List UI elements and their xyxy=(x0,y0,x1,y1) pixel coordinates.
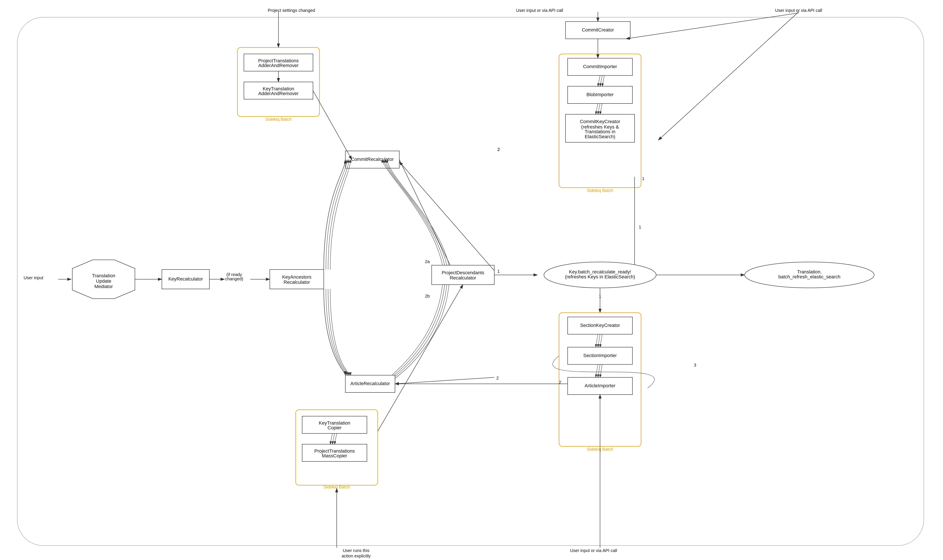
arrow-keyancestors-to-article-3 xyxy=(328,289,349,375)
label-2b: 2b xyxy=(425,294,430,298)
arrow-keyancestors-to-commitrecalc-3 xyxy=(328,160,349,269)
section-key-creator-text: SectionKeyCreator xyxy=(580,323,620,328)
section-importer-text: SectionImporter xyxy=(583,353,617,358)
arrow-batch4-to-projdesc xyxy=(378,285,463,431)
arrow-keyancestors-to-article-2 xyxy=(326,289,347,375)
user-input-api-bottom: User input or via API call xyxy=(570,548,617,553)
blob-importer-text: BlobImporter xyxy=(586,92,614,97)
translation-update-mediator-text3: Mediator xyxy=(94,284,113,289)
label-2-article: 2 xyxy=(496,375,499,380)
arrow-user-api-2-to-commitkey xyxy=(658,12,799,140)
article-recalculator-text: ArticleRecalculator xyxy=(350,381,390,386)
translation-batch-text2: batch_refresh_elastic_search xyxy=(778,274,840,280)
translation-update-mediator-text2: Update xyxy=(96,278,111,284)
label-1-from-commitkey: 1 xyxy=(639,225,641,229)
commit-importer-text: CommitImporter xyxy=(583,64,617,69)
article-importer-text: ArticleImporter xyxy=(585,383,615,388)
arrow-keyancestors-to-article-1 xyxy=(324,289,345,375)
user-input-label: User input xyxy=(23,275,43,280)
label-1-proj: 1 xyxy=(497,269,500,274)
arrow-projdesc-to-commitrecalc-2 xyxy=(384,160,444,265)
sidekiq-batch-1-label: Sidekiq Batch xyxy=(265,117,292,122)
label-1-commit-key: 1 xyxy=(642,176,644,181)
arrow-right-api-to-area xyxy=(626,13,799,39)
key-translation-adder-text2: AdderAndRemover xyxy=(258,91,298,96)
translation-batch-text1: Translation. xyxy=(797,269,822,274)
arrow-projdesc-to-commitrecalc-1 xyxy=(382,160,443,265)
arrow-projdesc-to-article-3 xyxy=(392,285,447,380)
arrow-keyancestors-to-commitrecalc-2 xyxy=(326,160,347,269)
commit-creator-text: CommitCreator xyxy=(582,27,614,32)
arrow-keyancestors-to-commitrecalc-1 xyxy=(324,160,345,269)
user-input-api-label-1: User input or via API call xyxy=(516,8,563,13)
key-recalculator-text: KeyRecalculator xyxy=(168,276,203,282)
diagram-container: Project settings changed User input or v… xyxy=(0,0,943,560)
if-ready-label: (if ready xyxy=(227,272,242,277)
key-ancestors-recalc-text2: Recalculator xyxy=(284,280,310,285)
key-ancestors-recalc-text1: KeyAncestors xyxy=(282,274,312,280)
user-runs-label-2: action explicitly xyxy=(342,554,371,558)
arrow-projdesc-to-article-2 xyxy=(390,285,444,380)
translation-update-mediator-text: Translation xyxy=(92,273,115,278)
label-2-commitrecalc: 2 xyxy=(497,147,500,152)
commit-key-creator-text4: ElasticSearch) xyxy=(585,134,615,139)
commit-key-creator-text1: CommitKeyCreator xyxy=(580,119,620,124)
key-translation-copier-text2: Copier xyxy=(328,425,342,431)
arrow-projdesc-to-article-1 xyxy=(389,285,443,380)
proj-desc-recalc-text1: ProjectDescendants xyxy=(442,270,485,275)
user-runs-label: User runs this xyxy=(343,548,369,553)
key-batch-recalc-text2: (refreshes Keys in ElasticSearch) xyxy=(565,274,635,280)
commit-key-creator-text3: Translations in xyxy=(585,129,615,134)
proj-trans-mass-copier-text2: MassCopier xyxy=(322,453,347,458)
sidekiq-batch-2-label: Sidekiq Batch xyxy=(587,188,613,193)
arrow-batch1-to-commit-recalc xyxy=(313,91,352,160)
label-3: 3 xyxy=(694,363,696,368)
project-translations-adder-text2: AdderAndRemover xyxy=(258,63,298,68)
arrow-projdesc-to-article-horiz xyxy=(395,377,494,384)
if-ready-label2: changed) xyxy=(225,277,243,281)
arrow-projdesc-to-commitrecalc-diag xyxy=(399,162,494,271)
arrow-commit-recalc-to-proj-desc xyxy=(399,160,453,272)
proj-desc-recalc-text2: Recalculator xyxy=(450,275,476,280)
project-settings-label: Project settings changed xyxy=(268,8,315,13)
label-2a: 2a xyxy=(425,259,430,264)
key-batch-recalc-text1: Key.batch_recalculate_ready! xyxy=(569,269,631,274)
